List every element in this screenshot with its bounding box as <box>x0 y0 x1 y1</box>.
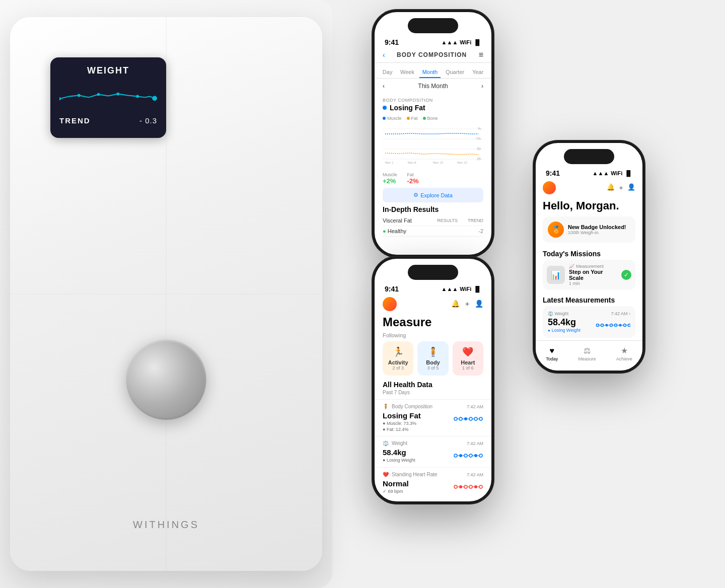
tab-week[interactable]: Week <box>397 67 417 78</box>
weight-category: Weight <box>392 440 407 446</box>
legend-fat: Fat <box>407 116 418 121</box>
plus-icon-3[interactable]: ＋ <box>618 183 624 192</box>
body-comp-detail1: ● Muscle: 73.3% <box>383 421 421 426</box>
back-button[interactable]: ‹ <box>383 51 385 59</box>
visceral-fat-cols: RESULTS TREND <box>437 218 483 223</box>
heart-rate-category: Standing Heart Rate <box>392 472 438 477</box>
svg-point-51 <box>597 324 599 326</box>
profile-icon-3[interactable]: 👤 <box>627 183 635 192</box>
next-period[interactable]: › <box>481 83 483 90</box>
svg-point-18 <box>454 417 457 420</box>
phone2-screen: 9:41 ▲▲▲ WiFi ▐▌ 🔔 ＋ 👤 Measure Following <box>375 259 491 501</box>
follow-card-body[interactable]: 🧍 Body 3 of 5 <box>417 341 448 376</box>
svg-point-29 <box>454 454 457 457</box>
in-depth-title: In-Depth Results <box>383 205 483 213</box>
badge-text: New Badge Unlocked! 100th Weigh-in. <box>568 224 626 235</box>
bc-chart: % 7% 50 25 Mon 1 Mon 8 Mon 15 Mon 22 <box>383 124 483 164</box>
battery-icon-2: ▐▌ <box>473 286 481 292</box>
bc-content: BODY COMPOSITION Losing Fat Muscle Fat <box>375 94 491 241</box>
bc-tabs: Day Week Month Quarter Year <box>375 63 491 79</box>
body-name: Body <box>421 359 444 365</box>
status-icons-1: ▲▲▲ WiFi ▐▌ <box>442 39 481 45</box>
legend-muscle: Muscle <box>383 116 402 121</box>
bell-icon[interactable]: 🔔 <box>451 300 460 309</box>
wifi-icon-3: WiFi <box>611 170 622 176</box>
heart-rate-icon: ❤️ <box>383 472 389 477</box>
plus-icon[interactable]: ＋ <box>464 300 471 309</box>
legend-bone: Bone <box>423 116 438 121</box>
bc-stats: Muscle +2% Fat -2% <box>383 172 483 185</box>
heart-rate-detail: ✓ 69 bpm <box>383 489 409 494</box>
meas-time: 7:42 AM › <box>611 311 630 316</box>
signal-icon-3: ▲▲▲ <box>593 170 609 176</box>
follow-card-heart[interactable]: ❤️ Heart 1 of 6 <box>453 341 483 376</box>
today-icon: ♥ <box>549 346 554 355</box>
follow-card-activity[interactable]: 🏃 Activity 2 of 3 <box>383 341 413 376</box>
svg-point-45 <box>479 485 482 488</box>
prev-period[interactable]: ‹ <box>383 83 385 90</box>
svg-text:Mon 15: Mon 15 <box>433 161 444 164</box>
tab-year[interactable]: Year <box>469 67 486 78</box>
svg-point-2 <box>97 93 100 96</box>
weight-meas-icon: ⚖️ <box>548 311 553 316</box>
status-time-1: 9:41 <box>385 38 399 46</box>
svg-point-19 <box>459 417 462 420</box>
dynamic-island-3 <box>564 149 614 164</box>
nav-today[interactable]: ♥ Today <box>546 346 558 361</box>
tab-month[interactable]: Month <box>419 67 441 78</box>
phone3-screen: 9:41 ▲▲▲ WiFi ▐▌ 🔔 ＋ 👤 Hello, Morgan. <box>536 143 642 371</box>
bc-nav: ‹ BODY COMPOSITION ≡ <box>375 50 491 63</box>
bottom-nav-3: ♥ Today ⚖ Measure ★ Achieve <box>536 340 642 371</box>
health-row-body-comp[interactable]: 🧍 Body Composition 7:42 AM Losing Fat ● … <box>375 399 491 436</box>
fat-label: Fat <box>407 172 419 177</box>
svg-point-22 <box>474 417 477 420</box>
badge-card[interactable]: 🏅 New Badge Unlocked! 100th Weigh-in. <box>543 216 635 243</box>
nav-achieve[interactable]: ★ Achieve <box>616 346 632 361</box>
explore-icon: ⚙ <box>413 192 418 198</box>
mission-name: Step on Your Scale <box>569 269 617 281</box>
measure-header: 🔔 ＋ 👤 <box>375 297 491 315</box>
following-label: Following <box>375 332 491 341</box>
heart-name: Heart <box>457 359 479 365</box>
nav-measure[interactable]: ⚖ Measure <box>578 346 596 361</box>
wifi-icon: WiFi <box>460 39 471 45</box>
svg-point-1 <box>78 94 81 97</box>
health-row-heart-rate[interactable]: ❤️ Standing Heart Rate 7:42 AM Normal ✓ … <box>375 467 491 498</box>
mission-category: 📈 Measurement <box>569 264 617 269</box>
health-row-weight[interactable]: ⚖️ Weight 7:42 AM 58.4kg ● Losing Weight <box>375 436 491 467</box>
phone-body-composition: 9:41 ▲▲▲ WiFi ▐▌ ‹ BODY COMPOSITION ≡ Da… <box>373 10 493 257</box>
result-value: ● Healthy <box>383 228 406 234</box>
status-time-3: 9:41 <box>546 169 560 177</box>
health-row-2-header: ⚖️ Weight 7:42 AM <box>383 440 483 446</box>
body-comp-category: Body Composition <box>392 404 432 409</box>
menu-button[interactable]: ≡ <box>479 50 483 59</box>
heart-rate-icon-title: ❤️ Standing Heart Rate <box>383 472 438 477</box>
signal-icon-2: ▲▲▲ <box>442 286 458 292</box>
svg-text:Mon 1: Mon 1 <box>385 161 394 164</box>
body-comp-detail2: ● Fat: 12.4% <box>383 427 421 432</box>
fat-value: -2% <box>407 177 419 185</box>
scale-display: WEIGHT TREND - 0.3 <box>50 57 166 138</box>
scale-body: WEIGHT TREND - 0.3 WITHINGS <box>10 17 322 571</box>
explore-data-button[interactable]: ⚙ Explore Data <box>383 188 483 202</box>
all-health-sub: Past 7 Days <box>375 390 491 399</box>
tab-quarter[interactable]: Quarter <box>443 67 467 78</box>
heart-icon: ❤️ <box>457 346 479 357</box>
mission-card[interactable]: 📊 📈 Measurement Step on Your Scale 1 min… <box>543 260 635 290</box>
battery-icon-3: ▐▌ <box>624 170 632 176</box>
bell-icon-3[interactable]: 🔔 <box>607 183 615 192</box>
battery-icon: ▐▌ <box>473 39 481 45</box>
svg-point-32 <box>469 454 472 457</box>
svg-point-58 <box>628 324 631 326</box>
body-comp-time: 7:42 AM <box>467 404 483 409</box>
mission-info: 📈 Measurement Step on Your Scale 1 min <box>569 264 617 286</box>
weight-icon-title: ⚖️ Weight <box>383 440 407 446</box>
measurement-card[interactable]: ⚖️ Weight 7:42 AM › 58.4kg ● Losing Weig… <box>543 306 635 338</box>
display-weight-label: WEIGHT <box>59 65 157 76</box>
tab-day[interactable]: Day <box>380 67 396 78</box>
svg-point-23 <box>479 417 482 420</box>
meas-icon-label: ⚖️ Weight <box>548 311 568 316</box>
svg-point-30 <box>459 454 462 457</box>
meas-status: ● Losing Weight <box>548 328 581 333</box>
profile-icon[interactable]: 👤 <box>475 300 483 309</box>
